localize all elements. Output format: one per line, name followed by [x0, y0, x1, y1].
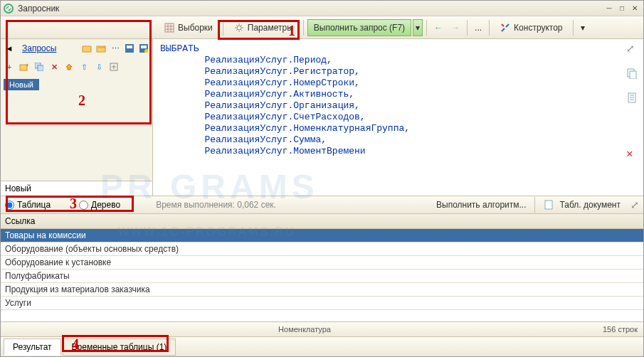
run-algorithm-button[interactable]: Выполнить алгоритм... — [436, 200, 527, 210]
delete-icon[interactable]: ✕ — [48, 61, 60, 73]
results-grid[interactable]: Ссылка Товары на комиссии Оборудование (… — [1, 214, 643, 322]
new-folder-icon[interactable] — [81, 43, 93, 54]
copy-code-icon[interactable] — [626, 68, 639, 80]
annotation-3: 3 — [70, 196, 77, 212]
annotation-2: 2 — [78, 92, 85, 109]
queries-link[interactable]: Запросы — [22, 43, 56, 53]
table-row[interactable]: Полуфабрикаты — [1, 270, 643, 283]
radio-table-label: Таблица — [17, 200, 51, 210]
constructor-label: Конструктор — [514, 23, 562, 33]
middle-toolbar: Таблица Дерево Время выполнения: 0,062 с… — [1, 196, 643, 214]
expand-results-icon[interactable]: ⤢ — [630, 199, 639, 211]
svg-rect-8 — [97, 46, 105, 52]
titlebar: Запросник ─ □ ✕ — [1, 1, 643, 16]
svg-rect-7 — [83, 46, 91, 52]
copy-icon[interactable] — [33, 61, 45, 73]
more-button[interactable]: ... — [471, 19, 485, 36]
expand-icon[interactable]: ⤢ — [626, 43, 639, 56]
radio-tree-label: Дерево — [91, 200, 120, 210]
status-center: Номенклатура — [6, 325, 603, 334]
tab-temp-tables[interactable]: Временные таблицы (1) — [63, 339, 176, 356]
arrow-left-icon: ← — [434, 23, 443, 33]
parameters-label: Параметры — [248, 23, 293, 33]
expand-all-icon[interactable] — [108, 61, 120, 73]
leftpanel-footer: Новый — [1, 181, 152, 196]
status-right: 156 строк — [603, 325, 638, 334]
dots-icon[interactable]: ⋯ — [110, 43, 121, 54]
dots-label: ... — [475, 23, 482, 33]
document-icon — [543, 199, 554, 211]
paste-code-icon[interactable] — [626, 92, 639, 105]
query-tab-new[interactable]: Новый — [4, 79, 39, 90]
close-button[interactable]: ✕ — [629, 4, 640, 14]
tools-icon — [500, 22, 511, 33]
nav-forward-button[interactable]: → — [448, 19, 463, 36]
add-icon[interactable]: + — [4, 61, 15, 73]
table-document-button[interactable]: Табл. документ — [560, 200, 621, 210]
query-code-area[interactable]: ВЫБРАТЬ РеализацияУслуг.Период, Реализац… — [153, 39, 643, 196]
window-title: Запросник — [18, 4, 602, 14]
add-group-icon[interactable]: + — [19, 61, 30, 73]
exec-time-label: Время выполнения: 0,062 сек. — [156, 200, 276, 210]
gear-icon — [233, 22, 245, 33]
table-row[interactable]: Оборудование (объекты основных средств) — [1, 243, 643, 256]
minimize-button[interactable]: ─ — [603, 4, 615, 14]
annotation-4: 4 — [72, 336, 79, 353]
selections-label: Выборки — [178, 23, 213, 33]
collapse-icon[interactable]: ◄ — [4, 43, 15, 54]
nav-back-button[interactable]: ← — [431, 19, 446, 36]
move-up-icon[interactable]: ⇧ — [78, 61, 90, 73]
execute-dropdown[interactable]: ▾ — [413, 19, 423, 36]
move-down-icon[interactable]: ⇩ — [93, 61, 105, 73]
selections-button[interactable]: Выборки — [157, 19, 219, 36]
main-toolbar: Выборки Параметры Выполнить запрос (F7) … — [1, 16, 643, 39]
left-panel: ◄ Запросы ⋯ + + ✕ ⇧ ⇩ — [1, 39, 153, 196]
grid-icon — [164, 22, 175, 33]
table-row[interactable]: Товары на комиссии — [1, 229, 643, 243]
svg-rect-27 — [545, 201, 552, 209]
arrow-right-icon: → — [451, 23, 460, 33]
execute-label: Выполнить запрос (F7) — [314, 23, 405, 33]
execute-button[interactable]: Выполнить запрос (F7) — [307, 19, 411, 36]
table-row[interactable]: Оборудование к установке — [1, 256, 643, 270]
table-row[interactable]: Продукция из материалов заказчика — [1, 283, 643, 297]
svg-rect-17 — [38, 65, 43, 71]
toolbar-dropdown[interactable]: ▾ — [577, 19, 588, 36]
bottom-tabs: Результат Временные таблицы (1) — [1, 336, 643, 356]
constructor-button[interactable]: Конструктор — [493, 19, 569, 36]
radio-table[interactable]: Таблица — [5, 200, 51, 210]
svg-point-0 — [4, 4, 13, 13]
tab-result[interactable]: Результат — [4, 339, 61, 356]
svg-rect-22 — [630, 71, 636, 79]
svg-text:+: + — [26, 63, 29, 68]
move-up-level-icon[interactable] — [63, 61, 75, 73]
open-folder-icon[interactable] — [95, 43, 107, 54]
svg-point-6 — [237, 26, 241, 30]
svg-rect-1 — [165, 23, 174, 32]
save-as-icon[interactable] — [138, 43, 149, 54]
svg-rect-12 — [141, 46, 147, 48]
table-row[interactable]: Услуги — [1, 297, 643, 310]
query-code-text: ВЫБРАТЬ РеализацияУслуг.Период, Реализац… — [160, 43, 410, 156]
radio-tree[interactable]: Дерево — [79, 200, 120, 210]
maximize-button[interactable]: □ — [616, 4, 628, 14]
clear-code-icon[interactable]: ✕ — [626, 149, 639, 161]
status-bar: Номенклатура 156 строк — [1, 322, 643, 336]
annotation-1: 1 — [288, 23, 295, 39]
svg-rect-10 — [127, 46, 132, 48]
app-icon — [4, 4, 14, 14]
save-icon[interactable] — [124, 43, 135, 54]
grid-column-header[interactable]: Ссылка — [1, 214, 643, 229]
